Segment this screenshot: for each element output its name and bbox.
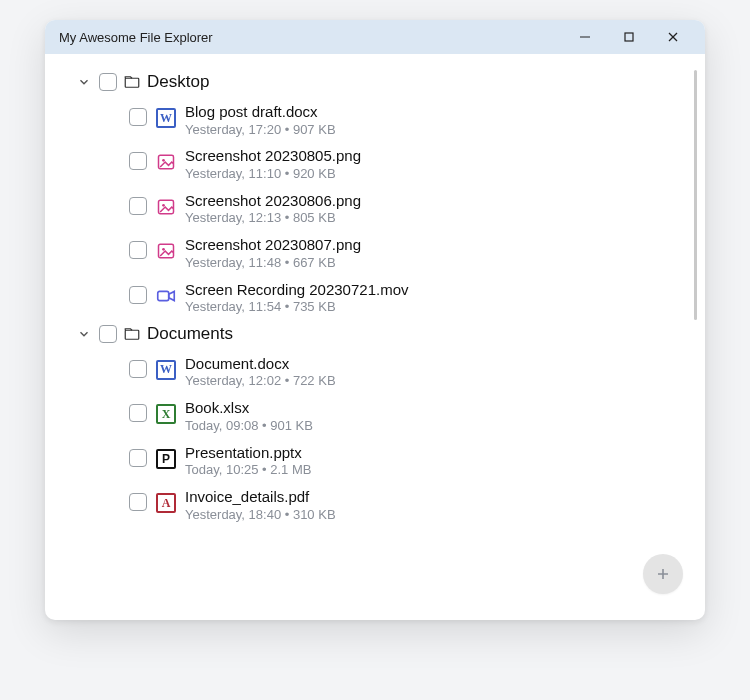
minimize-button[interactable] (563, 20, 607, 54)
file-row[interactable]: Screenshot 20230806.png Yesterday, 12:13… (65, 187, 695, 231)
svg-point-8 (162, 204, 165, 207)
file-name: Invoice_details.pdf (185, 487, 336, 507)
file-checkbox[interactable] (129, 286, 147, 304)
file-name: Book.xlsx (185, 398, 313, 418)
file-meta: Yesterday, 11:54 • 735 KB (185, 299, 408, 316)
maximize-button[interactable] (607, 20, 651, 54)
close-icon (667, 31, 679, 43)
svg-point-6 (162, 159, 165, 162)
folder-checkbox[interactable] (99, 73, 117, 91)
file-name: Screen Recording 20230721.mov (185, 280, 408, 300)
file-checkbox[interactable] (129, 197, 147, 215)
file-meta: Today, 09:08 • 901 KB (185, 418, 313, 435)
svg-rect-11 (158, 291, 169, 300)
file-name: Screenshot 20230805.png (185, 146, 361, 166)
excel-doc-icon: X (155, 403, 177, 425)
video-icon (155, 285, 177, 307)
maximize-icon (623, 31, 635, 43)
file-name: Presentation.pptx (185, 443, 311, 463)
folder-label: Documents (147, 324, 233, 344)
file-name: Document.docx (185, 354, 336, 374)
file-checkbox[interactable] (129, 360, 147, 378)
svg-rect-13 (125, 330, 139, 339)
file-name: Blog post draft.docx (185, 102, 336, 122)
file-checkbox[interactable] (129, 404, 147, 422)
image-icon (155, 240, 177, 262)
minimize-icon (579, 31, 591, 43)
file-meta: Yesterday, 11:10 • 920 KB (185, 166, 361, 183)
add-button[interactable] (643, 554, 683, 594)
folder-icon (123, 73, 141, 91)
file-name: Screenshot 20230807.png (185, 235, 361, 255)
file-tree[interactable]: Desktop W Blog post draft.docx Yesterday… (65, 68, 695, 604)
folder-row-desktop[interactable]: Desktop (65, 68, 695, 98)
file-row[interactable]: Screen Recording 20230721.mov Yesterday,… (65, 276, 695, 320)
file-meta: Yesterday, 12:02 • 722 KB (185, 373, 336, 390)
folder-row-documents[interactable]: Documents (65, 320, 695, 350)
app-window: My Awesome File Explorer Desktop (45, 20, 705, 620)
ppt-doc-icon: P (155, 448, 177, 470)
file-row[interactable]: W Document.docx Yesterday, 12:02 • 722 K… (65, 350, 695, 394)
file-checkbox[interactable] (129, 449, 147, 467)
file-name: Screenshot 20230806.png (185, 191, 361, 211)
file-row[interactable]: A Invoice_details.pdf Yesterday, 18:40 •… (65, 483, 695, 527)
file-row[interactable]: Screenshot 20230807.png Yesterday, 11:48… (65, 231, 695, 275)
pdf-doc-icon: A (155, 492, 177, 514)
file-checkbox[interactable] (129, 493, 147, 511)
file-meta: Yesterday, 12:13 • 805 KB (185, 210, 361, 227)
file-row[interactable]: Screenshot 20230805.png Yesterday, 11:10… (65, 142, 695, 186)
plus-icon (655, 566, 671, 582)
scrollbar[interactable] (694, 70, 697, 320)
file-meta: Today, 10:25 • 2.1 MB (185, 462, 311, 479)
word-doc-icon: W (155, 359, 177, 381)
word-doc-icon: W (155, 107, 177, 129)
file-checkbox[interactable] (129, 152, 147, 170)
file-meta: Yesterday, 11:48 • 667 KB (185, 255, 361, 272)
window-title: My Awesome File Explorer (59, 30, 563, 45)
folder-checkbox[interactable] (99, 325, 117, 343)
chevron-down-icon[interactable] (75, 73, 93, 91)
file-meta: Yesterday, 18:40 • 310 KB (185, 507, 336, 524)
folder-icon (123, 325, 141, 343)
content-area: Desktop W Blog post draft.docx Yesterday… (45, 54, 705, 620)
close-button[interactable] (651, 20, 695, 54)
file-checkbox[interactable] (129, 241, 147, 259)
file-row[interactable]: P Presentation.pptx Today, 10:25 • 2.1 M… (65, 439, 695, 483)
file-row[interactable]: X Book.xlsx Today, 09:08 • 901 KB (65, 394, 695, 438)
image-icon (155, 151, 177, 173)
chevron-down-icon[interactable] (75, 325, 93, 343)
svg-rect-1 (625, 33, 633, 41)
file-checkbox[interactable] (129, 108, 147, 126)
titlebar[interactable]: My Awesome File Explorer (45, 20, 705, 54)
svg-marker-12 (169, 291, 175, 300)
svg-rect-4 (125, 78, 139, 87)
file-meta: Yesterday, 17:20 • 907 KB (185, 122, 336, 139)
svg-point-10 (162, 248, 165, 251)
image-icon (155, 196, 177, 218)
file-row[interactable]: W Blog post draft.docx Yesterday, 17:20 … (65, 98, 695, 142)
folder-label: Desktop (147, 72, 209, 92)
